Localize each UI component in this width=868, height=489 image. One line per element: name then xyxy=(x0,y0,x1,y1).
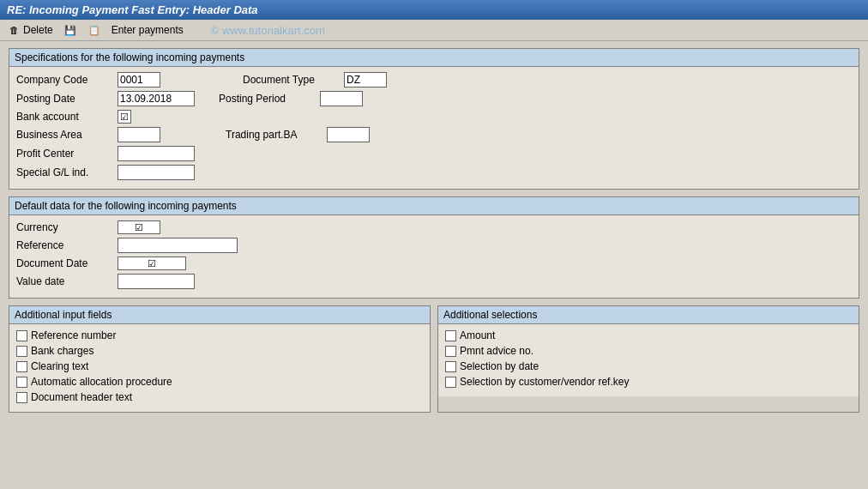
enter-payments-button[interactable]: Enter payments xyxy=(112,24,184,36)
row-currency: Currency ☑ xyxy=(16,220,852,234)
row-value-date: Value date xyxy=(16,274,852,289)
checkbox-row-bank-charges: Bank charges xyxy=(16,345,423,357)
title-bar: RE: Incoming Payment Fast Entry: Header … xyxy=(0,0,868,20)
selection-vendor-checkbox[interactable] xyxy=(445,377,456,388)
section-specifications-body: Company Code Document Type Posting Date … xyxy=(9,67,859,189)
profit-center-input[interactable] xyxy=(118,146,195,161)
amount-checkbox[interactable] xyxy=(445,330,456,341)
save2-button[interactable]: 📋 xyxy=(87,23,101,37)
selection-date-label: Selection by date xyxy=(460,360,539,372)
clearing-text-label: Clearing text xyxy=(31,360,88,372)
special-gl-label: Special G/L ind. xyxy=(16,166,111,178)
auto-allocation-label: Automatic allocation procedure xyxy=(31,376,172,388)
trading-part-label: Trading part.BA xyxy=(226,129,320,141)
posting-date-label: Posting Date xyxy=(16,93,111,105)
trading-part-input[interactable] xyxy=(327,127,370,142)
posting-period-input[interactable] xyxy=(320,91,363,106)
row-bank-account: Bank account ☑ xyxy=(16,110,852,124)
checkbox-row-amount: Amount xyxy=(445,329,852,341)
bank-account-label: Bank account xyxy=(16,111,111,123)
reference-label: Reference xyxy=(16,239,111,251)
business-area-label: Business Area xyxy=(16,129,111,141)
section-additional-selections-header: Additional selections xyxy=(438,306,859,324)
amount-label: Amount xyxy=(460,329,495,341)
row-posting: Posting Date Posting Period xyxy=(16,91,852,106)
value-date-input[interactable] xyxy=(118,274,195,289)
currency-checkbox[interactable]: ☑ xyxy=(118,220,160,234)
ref-number-checkbox[interactable] xyxy=(16,330,27,341)
checkbox-row-auto-allocation: Automatic allocation procedure xyxy=(16,376,423,388)
business-area-input[interactable] xyxy=(118,127,160,142)
document-type-label: Document Type xyxy=(243,74,337,86)
ref-number-label: Reference number xyxy=(31,329,116,341)
bank-charges-checkbox[interactable] xyxy=(16,346,27,357)
delete-button[interactable]: 🗑 Delete xyxy=(7,23,53,37)
pmnt-advice-checkbox[interactable] xyxy=(445,346,456,357)
special-gl-input[interactable] xyxy=(118,165,195,180)
currency-label: Currency xyxy=(16,221,111,233)
posting-date-input[interactable] xyxy=(118,91,195,106)
row-special-gl: Special G/L ind. xyxy=(16,165,852,180)
toolbar: 🗑 Delete 💾 📋 Enter payments © www.tutori… xyxy=(0,20,868,41)
section-default-data: Default data for the following incoming … xyxy=(9,196,859,299)
checkbox-row-doc-header-text: Document header text xyxy=(16,391,423,403)
pmnt-advice-label: Pmnt advice no. xyxy=(460,345,533,357)
section-additional-input-header: Additional input fields xyxy=(9,306,430,324)
save1-icon: 💾 xyxy=(63,23,77,37)
posting-period-label: Posting Period xyxy=(219,93,313,105)
clearing-text-checkbox[interactable] xyxy=(16,361,27,372)
company-code-label: Company Code xyxy=(16,74,111,86)
profit-center-label: Profit Center xyxy=(16,148,111,160)
section-additional-input: Additional input fields Reference number… xyxy=(9,305,431,413)
checkbox-row-clearing-text: Clearing text xyxy=(16,360,423,372)
section-default-body: Currency ☑ Reference Document Date ☑ Val… xyxy=(9,215,859,298)
auto-allocation-checkbox[interactable] xyxy=(16,377,27,388)
watermark: © www.tutorialkart.com xyxy=(211,24,325,37)
checkbox-row-pmnt-advice: Pmnt advice no. xyxy=(445,345,852,357)
value-date-label: Value date xyxy=(16,275,111,287)
selection-date-checkbox[interactable] xyxy=(445,361,456,372)
save1-button[interactable]: 💾 xyxy=(63,23,77,37)
section-additional-input-body: Reference number Bank charges Clearing t… xyxy=(9,324,430,412)
section-specifications: Specifications for the following incomin… xyxy=(9,48,859,190)
section-additional-selections: Additional selections Amount Pmnt advice… xyxy=(437,305,859,413)
row-company-doctype: Company Code Document Type xyxy=(16,72,852,88)
bottom-sections: Additional input fields Reference number… xyxy=(9,305,859,420)
row-profit-center: Profit Center xyxy=(16,146,852,161)
document-date-label: Document Date xyxy=(16,257,111,269)
checkbox-row-selection-date: Selection by date xyxy=(445,360,852,372)
selection-vendor-label: Selection by customer/vendor ref.key xyxy=(460,376,629,388)
row-reference: Reference xyxy=(16,238,852,253)
delete-icon: 🗑 xyxy=(7,23,21,37)
checkbox-row-selection-vendor: Selection by customer/vendor ref.key xyxy=(445,376,852,388)
checkbox-row-ref-number: Reference number xyxy=(16,329,423,341)
main-content: Specifications for the following incomin… xyxy=(0,41,868,426)
save2-icon: 📋 xyxy=(87,23,101,37)
bank-account-checkbox[interactable]: ☑ xyxy=(118,110,131,124)
section-default-header: Default data for the following incoming … xyxy=(9,197,859,215)
bank-charges-label: Bank charges xyxy=(31,345,93,357)
doc-header-text-checkbox[interactable] xyxy=(16,392,27,403)
page-title: RE: Incoming Payment Fast Entry: Header … xyxy=(7,3,258,16)
doc-header-text-label: Document header text xyxy=(31,391,132,403)
row-document-date: Document Date ☑ xyxy=(16,257,852,270)
document-type-input[interactable] xyxy=(344,72,387,88)
section-specifications-header: Specifications for the following incomin… xyxy=(9,49,859,67)
row-business-trading: Business Area Trading part.BA xyxy=(16,127,852,142)
document-date-checkbox[interactable]: ☑ xyxy=(118,257,186,270)
reference-input[interactable] xyxy=(118,238,238,253)
section-additional-selections-body: Amount Pmnt advice no. Selection by date… xyxy=(438,324,859,396)
company-code-input[interactable] xyxy=(118,72,160,88)
